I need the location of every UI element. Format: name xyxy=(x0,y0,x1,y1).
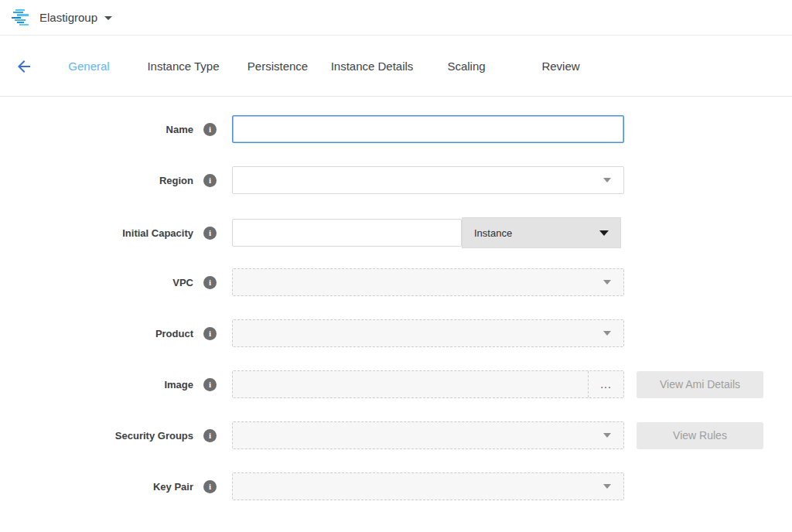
tab-persistence[interactable]: Persistence xyxy=(230,55,325,77)
security-groups-select[interactable] xyxy=(232,421,624,449)
region-label: Region xyxy=(0,175,193,186)
wizard-tabs: General Instance Type Persistence Instan… xyxy=(42,55,608,77)
security-groups-label: Security Groups xyxy=(0,430,193,442)
product-select[interactable] xyxy=(232,319,624,347)
back-button[interactable] xyxy=(14,57,34,77)
tab-instance-type[interactable]: Instance Type xyxy=(136,55,230,77)
image-label: Image xyxy=(0,379,193,390)
chevron-down-icon xyxy=(603,178,611,182)
chevron-down-icon xyxy=(603,280,611,285)
info-icon[interactable]: i xyxy=(203,174,217,187)
tab-instance-details[interactable]: Instance Details xyxy=(325,55,419,77)
info-icon[interactable]: i xyxy=(203,429,217,442)
initial-capacity-label: Initial Capacity xyxy=(0,227,193,239)
form-row-region: Region i xyxy=(0,166,792,194)
image-input-group: ... xyxy=(232,370,624,398)
form-row-initial-capacity: Initial Capacity i Instance xyxy=(0,217,792,245)
info-icon[interactable]: i xyxy=(203,327,217,340)
app-bar: Elastigroup xyxy=(0,0,792,36)
key-pair-select[interactable] xyxy=(232,472,624,500)
region-select[interactable] xyxy=(232,166,624,194)
form-row-name: Name i xyxy=(0,115,792,143)
info-icon[interactable]: i xyxy=(203,480,217,493)
key-pair-label: Key Pair xyxy=(0,481,193,493)
tab-scaling[interactable]: Scaling xyxy=(419,55,514,77)
chevron-down-icon xyxy=(603,331,611,336)
product-label: Product xyxy=(0,328,193,339)
product-switcher[interactable]: Elastigroup xyxy=(11,9,112,27)
chevron-down-icon xyxy=(104,16,112,20)
general-settings-form: Name i Region i Initial Capacity i Insta… xyxy=(0,97,792,500)
form-row-vpc: VPC i xyxy=(0,268,792,296)
elastigroup-logo-icon xyxy=(11,9,31,27)
tab-general[interactable]: General xyxy=(42,55,136,77)
capacity-unit-value: Instance xyxy=(474,227,512,239)
chevron-down-icon xyxy=(599,230,609,236)
initial-capacity-input[interactable] xyxy=(232,219,462,247)
view-ami-details-button[interactable]: View Ami Details xyxy=(637,371,763,398)
info-icon[interactable]: i xyxy=(203,123,217,136)
back-arrow-icon xyxy=(15,57,33,76)
chevron-down-icon xyxy=(603,433,611,438)
form-row-product: Product i xyxy=(0,319,792,347)
vpc-select[interactable] xyxy=(232,268,624,296)
vpc-label: VPC xyxy=(0,277,193,288)
form-row-security-groups: Security Groups i View Rules xyxy=(0,421,792,449)
tab-review[interactable]: Review xyxy=(514,55,608,77)
wizard-nav: General Instance Type Persistence Instan… xyxy=(0,36,792,97)
browse-image-button[interactable]: ... xyxy=(588,371,623,397)
view-rules-button[interactable]: View Rules xyxy=(637,422,763,449)
capacity-unit-select[interactable]: Instance xyxy=(462,217,621,248)
form-row-key-pair: Key Pair i xyxy=(0,472,792,500)
name-label: Name xyxy=(0,124,193,135)
name-input[interactable] xyxy=(232,115,624,143)
form-row-image: Image i ... View Ami Details xyxy=(0,370,792,398)
info-icon[interactable]: i xyxy=(203,227,217,240)
image-input[interactable] xyxy=(233,371,588,397)
chevron-down-icon xyxy=(603,484,611,489)
info-icon[interactable]: i xyxy=(203,276,217,289)
info-icon[interactable]: i xyxy=(203,378,217,391)
app-title: Elastigroup xyxy=(39,11,97,24)
